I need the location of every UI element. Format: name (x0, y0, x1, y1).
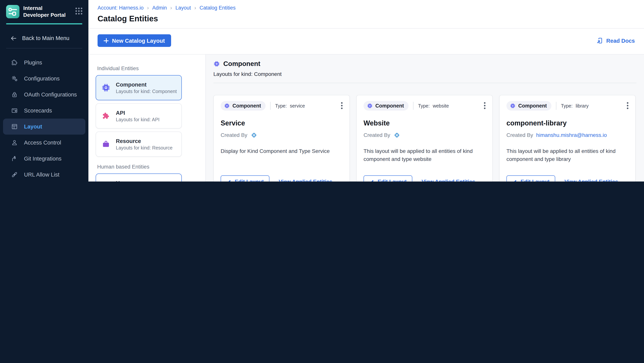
page-title: Catalog Entities (98, 14, 635, 23)
sidebar-nav-item[interactable]: Configurations (0, 71, 88, 87)
entity-kind-card[interactable]: Resource Layouts for kind: Resource (96, 132, 182, 157)
created-by-label: Created By (364, 132, 390, 138)
kind-title: Component (223, 60, 260, 68)
link-icon (11, 171, 18, 178)
edit-layout-button[interactable]: Edit Layout (221, 175, 270, 182)
created-by-label: Created By (506, 132, 533, 138)
component-chip-icon (224, 103, 230, 109)
edit-layout-button[interactable]: Edit Layout (364, 175, 412, 182)
back-label: Back to Main Menu (22, 35, 69, 41)
sidebar-nav-item[interactable]: Scorecards (0, 103, 88, 119)
kind-badge: Component (221, 101, 266, 111)
kind-badge: Component (364, 101, 408, 111)
breadcrumb-link[interactable]: Catalog Entities (200, 5, 236, 11)
entity-kind-name: Resource (116, 138, 172, 144)
entity-section: Individual Entities Component Layouts fo… (96, 65, 182, 157)
component-chip-icon (100, 83, 111, 92)
sidebar: Internal Developer Portal Back to Main M… (0, 0, 88, 182)
api-puzzle-icon (100, 111, 111, 121)
brand-header: Internal Developer Portal (0, 0, 88, 18)
apps-grid-icon[interactable] (76, 8, 82, 15)
kebab-menu-icon[interactable] (482, 100, 488, 111)
view-applied-entities-link[interactable]: View Applied Entities (422, 178, 475, 182)
created-by-label: Created By (221, 132, 247, 138)
kebab-menu-icon[interactable] (624, 100, 631, 111)
sidebar-nav-label: Plugins (24, 60, 42, 66)
badge-separator (270, 102, 270, 110)
puzzle-icon (11, 59, 18, 66)
breadcrumb-link[interactable]: Account: Harness.io (98, 5, 152, 11)
entity-kind-card[interactable]: Component Layouts for kind: Component (96, 75, 182, 100)
layout-title: Service (221, 119, 342, 127)
entity-kind-desc: Layouts for kind: Resource (116, 145, 172, 150)
badge-separator (556, 102, 556, 110)
read-docs-link[interactable]: Read Docs (596, 37, 635, 44)
sidebar-nav-item[interactable]: OAuth Configurations (0, 87, 88, 103)
component-chip-icon (367, 103, 373, 109)
entity-section-label: Human based Entities (97, 164, 182, 170)
page-header: Account: Harness.io Admin Layout Catalog… (88, 0, 644, 29)
layout-card: Component Type:service Service Created (214, 95, 350, 182)
toolbar: New Catalog Layout Read Docs (88, 29, 644, 55)
sidebar-nav-item[interactable]: Plugins (0, 55, 88, 71)
entity-section-items: Component Layouts for kind: Component AP… (96, 75, 182, 157)
sidebar-divider (6, 48, 82, 49)
layout-description: This layout will be applied to all entit… (506, 147, 628, 163)
entity-section-items: User Layouts for kind: User Group (96, 173, 182, 182)
sidebar-nav-label: URL Allow List (24, 172, 60, 178)
layout-type: Type:website (418, 103, 449, 109)
entity-kind-card[interactable]: User Layouts for kind: User (96, 173, 182, 182)
entity-section-label: Individual Entities (97, 65, 182, 71)
entity-kind-desc: Layouts for kind: Component (116, 89, 177, 94)
new-catalog-layout-button[interactable]: New Catalog Layout (98, 34, 171, 47)
person-icon (11, 139, 18, 146)
creator-email-link[interactable]: himanshu.mishra@harness.io (536, 132, 607, 138)
created-by-row: Created By (221, 131, 342, 139)
resource-briefcase-icon (100, 140, 111, 149)
entity-kind-card[interactable]: API Layouts for kind: API (96, 103, 182, 129)
layout-card-footer: Edit Layout View Applied Entities (364, 175, 475, 182)
layout-title: component-library (506, 119, 628, 127)
kebab-menu-icon[interactable] (338, 100, 345, 111)
back-to-main-menu[interactable]: Back to Main Menu (10, 31, 82, 45)
sidebar-nav-item[interactable]: Access Control (0, 135, 88, 151)
breadcrumb-link[interactable]: Admin (152, 5, 176, 11)
created-by-row: Created By (364, 131, 486, 139)
sidebar-nav-label: OAuth Configurations (24, 92, 77, 98)
kind-subtitle: Layouts for kind: Component (214, 71, 636, 83)
entity-section: Human based Entities User Layouts for ki… (96, 164, 182, 182)
component-chip-icon (510, 103, 516, 109)
kind-header: Component (214, 60, 636, 68)
layout-card: Component Type:website Website Created (356, 95, 493, 182)
entity-kind-desc: Layouts for kind: API (116, 117, 160, 122)
view-applied-entities-link[interactable]: View Applied Entities (278, 178, 332, 182)
sidebar-nav-item[interactable]: Git Integrations (0, 151, 88, 167)
layout-card: Component Type:library component-library (499, 95, 636, 182)
badge-separator (413, 102, 414, 110)
entity-kind-name: User (116, 180, 162, 182)
main-area: Account: Harness.io Admin Layout Catalog… (88, 0, 644, 182)
layout-description: This layout will be applied to all entit… (364, 147, 486, 163)
view-applied-entities-link[interactable]: View Applied Entities (564, 178, 618, 182)
sidebar-nav: Plugins Configurations OAuth Configurati… (0, 55, 88, 182)
sidebar-nav-item[interactable]: URL Allow List (0, 167, 88, 182)
git-branch-icon (11, 155, 18, 162)
layout-cards-grid: Component Type:service Service Created (214, 95, 636, 182)
layout-icon (11, 123, 18, 130)
edit-layout-button[interactable]: Edit Layout (506, 175, 555, 182)
brand-accent-rule (6, 23, 82, 25)
layout-title: Website (364, 119, 486, 127)
entity-kinds-panel: Individual Entities Component Layouts fo… (88, 55, 206, 182)
sidebar-nav-label: Scorecards (24, 108, 52, 114)
pencil-icon (226, 179, 232, 182)
layout-type: Type:library (561, 103, 588, 109)
sidebar-nav-label: Configurations (24, 76, 60, 82)
harness-creator-icon (393, 131, 400, 139)
sidebar-nav-label: Access Control (24, 140, 61, 146)
sidebar-nav-item[interactable]: Layout (3, 119, 85, 135)
gears-icon (11, 75, 18, 82)
pencil-icon (369, 179, 374, 182)
idp-logo-icon (6, 5, 20, 18)
breadcrumb-link[interactable]: Layout (176, 5, 200, 11)
sidebar-nav-label: Layout (24, 124, 42, 130)
